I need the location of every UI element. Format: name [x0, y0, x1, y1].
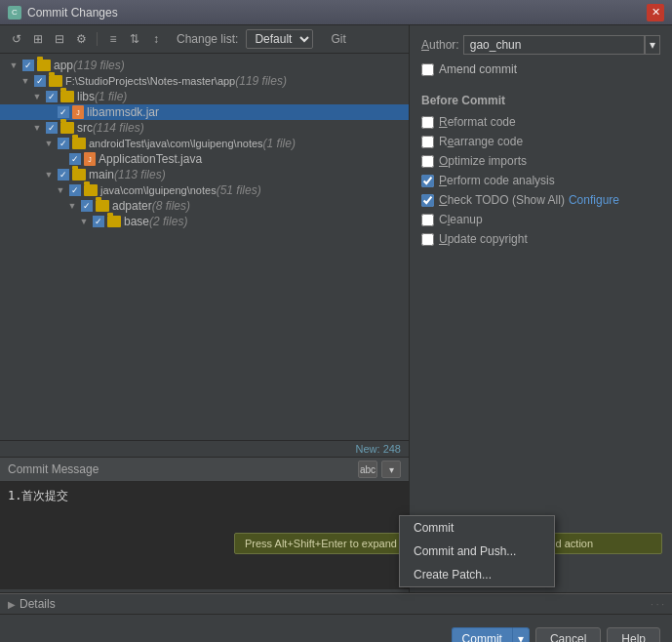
tree-checkbox[interactable]: ✓: [58, 138, 69, 149]
folder-icon: [84, 184, 98, 196]
title-bar: C Commit Changes ✕: [0, 0, 672, 25]
cleanup-checkbox[interactable]: Cleanup: [421, 213, 660, 226]
tree-item-notes[interactable]: ▼ ✓ java\com\lguipeng\notes (51 files): [0, 182, 409, 198]
commit-button-wrapper: Commit ▾: [452, 627, 530, 643]
tree-item-src[interactable]: ▼ ✓ src (114 files): [0, 120, 409, 136]
tree-checkbox[interactable]: ✓: [69, 184, 81, 196]
author-input[interactable]: [463, 35, 645, 55]
tree-label: src: [77, 121, 93, 135]
amend-commit-checkbox[interactable]: Amend commit: [421, 62, 517, 76]
tree-checkbox[interactable]: ✓: [58, 169, 69, 181]
tree-arrow[interactable]: ▼: [31, 91, 43, 102]
tree-item-jar[interactable]: ✓ J libammsdk.jar: [0, 104, 409, 120]
app-icon: C: [8, 6, 21, 20]
check-todo-checkbox[interactable]: Check TODO (Show All) Configure: [421, 193, 660, 207]
author-dropdown-btn[interactable]: ▾: [645, 35, 660, 55]
tree-checkbox[interactable]: ✓: [46, 122, 58, 134]
tree-checkbox[interactable]: ✓: [34, 75, 46, 87]
tree-item-libs[interactable]: ▼ ✓ libs (1 file): [0, 89, 409, 104]
commit-button[interactable]: Commit: [452, 627, 512, 643]
tree-arrow[interactable]: ▼: [8, 60, 20, 71]
refresh-icon[interactable]: ↺: [8, 30, 25, 48]
check-todo-label: Check TODO (Show All): [439, 193, 565, 207]
spell-check-btn[interactable]: abc: [358, 461, 377, 478]
folder-icon: [37, 60, 51, 71]
author-row: Author: ▾: [421, 35, 660, 55]
right-panel: Author: ▾ Amend commit Before Commit Ref…: [410, 25, 672, 592]
commit-message-icons: abc ▾: [358, 461, 401, 478]
tree-arrow[interactable]: ▼: [66, 200, 78, 212]
tree-label: libammsdk.jar: [87, 105, 159, 119]
rearrange-code-checkbox[interactable]: Rearrange code: [421, 135, 660, 148]
main-container: ↺ ⊞ ⊟ ⚙ ≡ ⇅ ↕ Change list: Default Git ▼…: [0, 25, 672, 593]
tree-item-androidtest[interactable]: ▼ ✓ androidTest\java\com\lguipeng\notes …: [0, 136, 409, 151]
tree-item-main[interactable]: ▼ ✓ main (113 files): [0, 167, 409, 182]
git-tab[interactable]: Git: [325, 30, 351, 48]
tree-arrow[interactable]: ▼: [20, 75, 31, 87]
tree-label: adpater: [112, 199, 152, 213]
configure-link[interactable]: Configure: [569, 193, 619, 207]
close-button[interactable]: ✕: [647, 4, 664, 21]
optimize-imports-checkbox[interactable]: Optimize imports: [421, 154, 660, 168]
tree-arrow[interactable]: ▼: [43, 169, 55, 181]
perform-analysis-checkbox[interactable]: Perform code analysis: [421, 174, 660, 187]
cancel-button[interactable]: Cancel: [535, 627, 601, 643]
dropdown-item-commit-push[interactable]: Commit and Push...: [400, 540, 554, 563]
update-copyright-checkbox[interactable]: Update copyright: [421, 232, 660, 246]
sort-icon[interactable]: ↕: [147, 30, 165, 48]
tree-meta: (51 files): [217, 183, 261, 197]
tree-checkbox[interactable]: ✓: [69, 153, 81, 165]
reformat-code-checkbox[interactable]: Reformat code: [421, 115, 660, 129]
tree-meta: (113 files): [114, 168, 166, 181]
tree-checkbox[interactable]: ✓: [93, 216, 104, 227]
change-list-dropdown[interactable]: Default: [246, 29, 313, 49]
folder-icon: [72, 138, 86, 149]
tree-label: F:\StudioProjects\Notes-master\app: [65, 75, 235, 87]
amend-row: Amend commit: [421, 62, 660, 82]
help-button[interactable]: Help: [607, 627, 660, 643]
window-title: Commit Changes: [27, 6, 647, 20]
commit-msg-menu-btn[interactable]: ▾: [381, 461, 401, 478]
tree-meta: (8 files): [152, 199, 190, 213]
folder-icon: [49, 75, 62, 87]
tree-label: androidTest\java\com\lguipeng\notes: [89, 138, 263, 149]
file-tree: ▼ ✓ app (119 files) ▼ ✓ F:\StudioProject…: [0, 54, 409, 440]
tree-item-app[interactable]: ▼ ✓ app (119 files): [0, 58, 409, 73]
tree-item-apptest[interactable]: ✓ J ApplicationTest.java: [0, 151, 409, 167]
filter-icon[interactable]: ⇅: [126, 30, 143, 48]
tree-checkbox[interactable]: ✓: [58, 106, 69, 118]
rearrange-code-label: Rearrange code: [439, 135, 523, 148]
expand-icon[interactable]: ⊟: [51, 30, 68, 48]
tree-arrow: [43, 106, 55, 118]
dropdown-item-commit[interactable]: Commit: [400, 516, 554, 540]
list-icon[interactable]: ≡: [104, 30, 122, 48]
toolbar: ↺ ⊞ ⊟ ⚙ ≡ ⇅ ↕ Change list: Default Git: [0, 25, 409, 54]
tree-label: base: [124, 215, 149, 228]
diff-icon[interactable]: ⊞: [29, 30, 47, 48]
tree-checkbox[interactable]: ✓: [46, 91, 58, 102]
commit-message-label: Commit Message: [8, 462, 358, 476]
new-count: New: 248: [0, 440, 409, 457]
tree-meta: (2 files): [149, 215, 187, 228]
dropdown-item-create-patch[interactable]: Create Patch...: [400, 563, 554, 586]
tree-meta: (1 file): [95, 90, 127, 103]
tree-arrow[interactable]: ▼: [55, 184, 66, 196]
author-label: Author:: [421, 38, 459, 52]
tree-item-adpater[interactable]: ▼ ✓ adpater (8 files): [0, 198, 409, 214]
tree-meta: (119 files): [235, 74, 287, 88]
folder-icon: [96, 200, 109, 212]
settings-icon[interactable]: ⚙: [72, 30, 90, 48]
tree-arrow[interactable]: ▼: [43, 138, 55, 149]
tree-label: java\com\lguipeng\notes: [100, 184, 217, 196]
tree-checkbox[interactable]: ✓: [81, 200, 93, 212]
tree-arrow[interactable]: ▼: [31, 122, 43, 134]
tree-label: main: [89, 168, 114, 181]
details-section: ▶ Details · · ·: [0, 593, 672, 614]
tree-item-path[interactable]: ▼ ✓ F:\StudioProjects\Notes-master\app (…: [0, 73, 409, 89]
commit-dropdown-menu: Commit Commit and Push... Create Patch..…: [399, 515, 555, 587]
tree-item-base[interactable]: ▼ ✓ base (2 files): [0, 214, 409, 229]
commit-dropdown-arrow[interactable]: ▾: [512, 627, 530, 643]
tree-arrow[interactable]: ▼: [78, 216, 90, 227]
tree-checkbox[interactable]: ✓: [22, 60, 34, 71]
perform-analysis-label: Perform code analysis: [439, 174, 555, 187]
